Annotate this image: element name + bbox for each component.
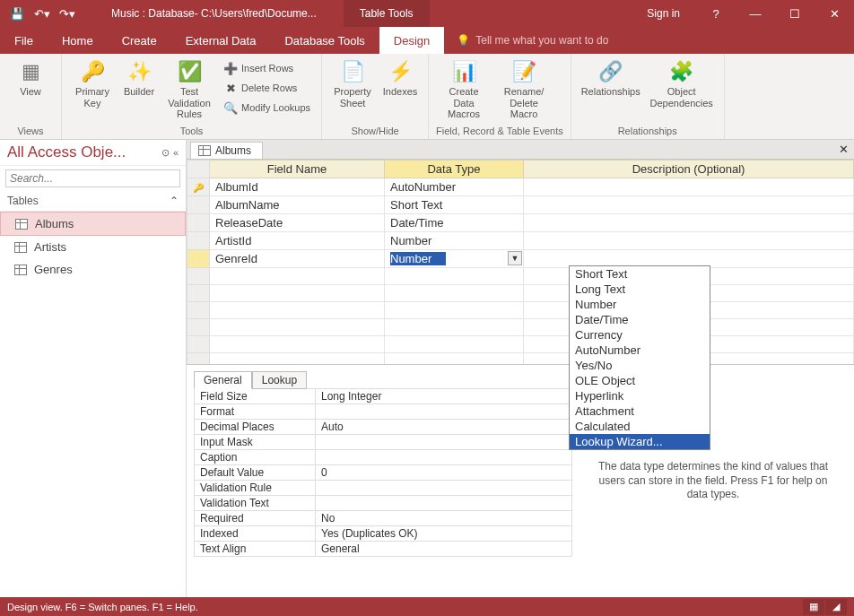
tab-home[interactable]: Home xyxy=(48,27,108,54)
nav-title: All Access Obje... xyxy=(7,143,126,161)
minimize-icon[interactable]: — xyxy=(736,0,775,27)
nav-item-genres[interactable]: Genres xyxy=(0,258,186,281)
view-button[interactable]: ▦ View xyxy=(7,57,54,100)
table-row[interactable] xyxy=(187,268,854,285)
property-sheet-button[interactable]: 📄Property Sheet xyxy=(329,57,376,110)
dropdown-option[interactable]: Date/Time xyxy=(570,312,710,327)
group-tools: Tools xyxy=(69,125,314,137)
rename-icon: 📝 xyxy=(511,59,536,84)
table-icon xyxy=(14,242,27,253)
indexes-button[interactable]: ⚡Indexes xyxy=(379,57,421,100)
object-dependencies-button[interactable]: 🧩Object Dependencies xyxy=(647,57,717,110)
modify-lookups-button[interactable]: 🔍Modify Lookups xyxy=(220,99,314,117)
data-type-input[interactable]: Number xyxy=(390,252,446,265)
primary-key-button[interactable]: 🔑Primary Key xyxy=(69,57,116,110)
table-row[interactable] xyxy=(187,285,854,302)
datasheet-view-icon[interactable]: ▦ xyxy=(803,599,824,615)
nav-item-artists[interactable]: Artists xyxy=(0,236,186,258)
tell-me-search[interactable]: 💡 Tell me what you want to do xyxy=(444,27,621,54)
table-row[interactable]: GenreId Number ▼ xyxy=(187,250,854,268)
dropdown-option[interactable]: Long Text xyxy=(570,282,710,297)
help-icon[interactable]: ? xyxy=(696,0,736,27)
nav-pin-icon[interactable]: ⊙ xyxy=(161,147,170,159)
table-row[interactable]: ArtistIdNumber xyxy=(187,232,854,250)
test-validation-button[interactable]: ✅Test Validation Rules xyxy=(162,57,216,122)
data-type-cell-active[interactable]: Number ▼ xyxy=(385,250,524,268)
view-label: View xyxy=(20,86,41,98)
col-data-type[interactable]: Data Type xyxy=(385,161,524,178)
status-bar: Design view. F6 = Switch panes. F1 = Hel… xyxy=(0,597,854,616)
design-view-icon[interactable]: ◢ xyxy=(825,599,847,615)
group-views: Views xyxy=(7,125,54,137)
prop-tab-lookup[interactable]: Lookup xyxy=(252,371,307,389)
nav-search-input[interactable] xyxy=(5,169,180,187)
data-type-dropdown[interactable]: Short Text Long Text Number Date/Time Cu… xyxy=(569,265,710,450)
table-row[interactable]: 🔑AlbumIdAutoNumber xyxy=(187,178,854,196)
dropdown-option[interactable]: Attachment xyxy=(570,403,710,419)
dropdown-option[interactable]: Yes/No xyxy=(570,358,710,373)
dropdown-option[interactable]: Number xyxy=(570,297,710,312)
tell-me-label: Tell me what you want to do xyxy=(475,34,608,47)
wand-icon: ✨ xyxy=(126,59,152,84)
tab-create[interactable]: Create xyxy=(108,27,171,54)
table-row[interactable] xyxy=(187,336,854,353)
redo-icon[interactable]: ↷▾ xyxy=(57,4,77,23)
table-icon xyxy=(198,145,211,156)
tab-database-tools[interactable]: Database Tools xyxy=(270,27,379,54)
dropdown-option[interactable]: Short Text xyxy=(570,266,710,282)
macro-icon: 📊 xyxy=(451,59,476,84)
col-field-name[interactable]: Field Name xyxy=(210,161,385,178)
tab-file[interactable]: File xyxy=(0,27,48,54)
dropdown-option[interactable]: Currency xyxy=(570,327,710,343)
table-row[interactable] xyxy=(187,302,854,319)
signin-link[interactable]: Sign in xyxy=(631,7,696,20)
create-data-macros-button[interactable]: 📊Create Data Macros xyxy=(436,57,492,122)
dropdown-option[interactable]: OLE Object xyxy=(570,373,710,388)
status-text: Design view. F6 = Switch panes. F1 = Hel… xyxy=(7,602,198,612)
quick-access-toolbar: 💾 ↶▾ ↷▾ xyxy=(0,4,84,23)
dependencies-icon: 🧩 xyxy=(669,59,694,84)
field-design-grid[interactable]: Field Name Data Type Description (Option… xyxy=(187,160,854,370)
tab-design[interactable]: Design xyxy=(379,27,444,54)
relationships-button[interactable]: 🔗Relationships xyxy=(579,57,643,100)
col-description[interactable]: Description (Optional) xyxy=(524,161,854,178)
ribbon-tabs: File Home Create External Data Database … xyxy=(0,27,854,54)
rename-delete-macro-button[interactable]: 📝Rename/ Delete Macro xyxy=(495,57,553,122)
lightbulb-icon: 💡 xyxy=(457,34,470,47)
undo-icon[interactable]: ↶▾ xyxy=(32,4,52,23)
navigation-pane: All Access Obje... ⊙ « Tables ⌃ Albums A… xyxy=(0,140,187,597)
table-icon xyxy=(15,219,28,230)
maximize-icon[interactable]: ☐ xyxy=(775,0,815,27)
nav-collapse-icon[interactable]: « xyxy=(173,147,179,159)
prop-tab-general[interactable]: General xyxy=(194,371,252,389)
insert-rows-button[interactable]: ➕Insert Rows xyxy=(220,59,314,77)
table-icon xyxy=(14,265,27,275)
builder-button[interactable]: ✨Builder xyxy=(119,57,159,100)
table-row[interactable] xyxy=(187,319,854,336)
table-row[interactable]: AlbumNameShort Text xyxy=(187,196,854,214)
nav-item-albums[interactable]: Albums xyxy=(0,212,186,236)
delete-row-icon: ✖ xyxy=(223,81,238,95)
dropdown-option[interactable]: Calculated xyxy=(570,419,710,434)
properties-table[interactable]: Field SizeLong Integer Format Decimal Pl… xyxy=(194,388,572,557)
close-document-icon[interactable]: ✕ xyxy=(839,143,849,156)
tab-external-data[interactable]: External Data xyxy=(171,27,271,54)
dropdown-option[interactable]: Lookup Wizard... xyxy=(570,434,710,449)
dropdown-option[interactable]: Hyperlink xyxy=(570,388,710,403)
nav-category-tables[interactable]: Tables ⌃ xyxy=(0,191,186,212)
help-text: The data type determines the kind of val… xyxy=(597,460,829,502)
save-icon[interactable]: 💾 xyxy=(7,4,27,23)
group-events: Field, Record & Table Events xyxy=(436,125,563,137)
delete-rows-button[interactable]: ✖Delete Rows xyxy=(220,79,314,97)
dropdown-option[interactable]: AutoNumber xyxy=(570,343,710,358)
table-row[interactable]: ReleaseDateDate/Time xyxy=(187,214,854,232)
lightning-icon: ⚡ xyxy=(388,59,413,84)
insert-row-icon: ➕ xyxy=(223,61,238,75)
field-properties-pane: operties General Lookup Field SizeLong I… xyxy=(187,364,854,597)
dropdown-button[interactable]: ▼ xyxy=(508,251,522,265)
close-icon[interactable]: ✕ xyxy=(815,0,854,27)
primary-key-icon: 🔑 xyxy=(193,183,204,193)
title-bar: 💾 ↶▾ ↷▾ Music : Database- C:\Users\fred\… xyxy=(0,0,854,27)
document-tab-albums[interactable]: Albums xyxy=(190,142,263,159)
key-icon: 🔑 xyxy=(80,59,105,84)
